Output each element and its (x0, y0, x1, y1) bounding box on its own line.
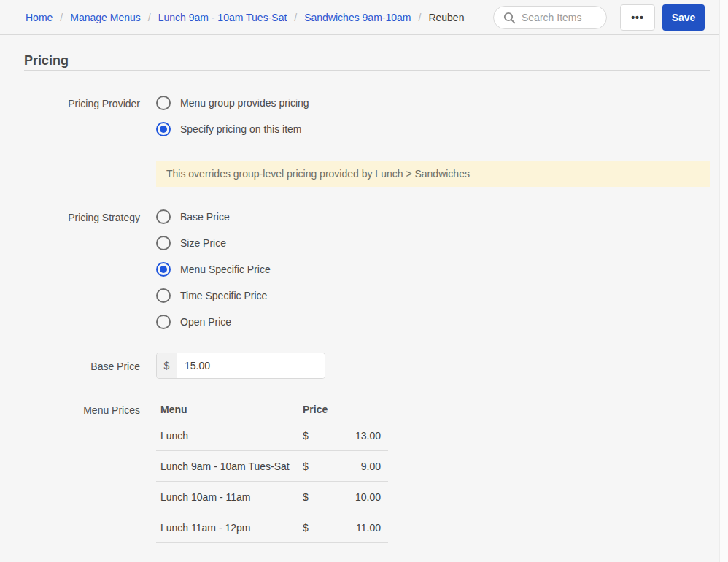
scrollbar-track[interactable] (719, 0, 728, 562)
radio-unselected-icon[interactable] (156, 96, 171, 110)
pricing-strategy-option-base-price[interactable]: Base Price (156, 204, 271, 230)
menu-prices-table-header: Menu Price (156, 399, 388, 420)
currency-cell: $ (303, 522, 322, 534)
radio-option-label: Open Price (180, 316, 231, 328)
menu-price-row: Lunch 11am - 12pm$11.00 (156, 512, 388, 543)
base-price-label: Base Price (24, 361, 140, 372)
pricing-strategy-radio-group: Base PriceSize PriceMenu Specific PriceT… (156, 204, 271, 335)
breadcrumb-item-manage-menus[interactable]: Manage Menus (70, 12, 141, 23)
breadcrumb-separator: / (294, 12, 297, 23)
menu-prices-label: Menu Prices (24, 404, 140, 416)
column-header-price: Price (303, 404, 328, 415)
save-button[interactable]: Save (662, 4, 705, 31)
menu-price-row: Lunch 10am - 11am$10.00 (156, 482, 388, 512)
radio-option-label: Menu group provides pricing (180, 97, 309, 109)
search-input[interactable] (522, 12, 599, 23)
price-cell: 11.00 (322, 522, 388, 534)
override-notice: This overrides group-level pricing provi… (156, 161, 710, 187)
breadcrumb-separator: / (60, 12, 63, 23)
menu-name-cell: Lunch (156, 430, 303, 442)
breadcrumb-item-sandwiches-9am-10am[interactable]: Sandwiches 9am-10am (304, 12, 411, 23)
base-price-input[interactable] (177, 353, 325, 378)
breadcrumb: Home/Manage Menus/Lunch 9am - 10am Tues-… (0, 12, 464, 23)
menu-price-row: Lunch$13.00 (156, 420, 388, 451)
radio-option-label: Base Price (180, 211, 230, 223)
price-cell: 9.00 (322, 461, 388, 472)
pricing-provider-option-specify-pricing-on-this-item[interactable]: Specify pricing on this item (156, 116, 309, 142)
menu-prices-table: Menu Price Lunch$13.00Lunch 9am - 10am T… (156, 399, 388, 543)
currency-cell: $ (303, 491, 322, 503)
breadcrumb-separator: / (419, 12, 422, 23)
page-title: Pricing (24, 53, 69, 69)
column-header-menu: Menu (156, 404, 303, 415)
pricing-provider-option-menu-group-provides-pricing[interactable]: Menu group provides pricing (156, 90, 309, 116)
radio-option-label: Specify pricing on this item (180, 123, 302, 135)
menu-price-row: Lunch 9am - 10am Tues-Sat$9.00 (156, 451, 388, 482)
pricing-strategy-option-open-price[interactable]: Open Price (156, 309, 271, 335)
pricing-provider-label: Pricing Provider (24, 98, 140, 109)
search-box[interactable] (493, 6, 607, 29)
currency-cell: $ (303, 461, 322, 472)
radio-unselected-icon[interactable] (156, 315, 171, 329)
override-notice-text: This overrides group-level pricing provi… (166, 168, 470, 180)
top-bar: Home/Manage Menus/Lunch 9am - 10am Tues-… (0, 0, 728, 35)
radio-option-label: Menu Specific Price (180, 263, 271, 275)
pricing-strategy-option-menu-specific-price[interactable]: Menu Specific Price (156, 256, 271, 282)
base-price-field: $ (156, 353, 325, 379)
search-icon (503, 12, 516, 24)
breadcrumb-item-home[interactable]: Home (26, 12, 53, 23)
header-actions: ••• Save (493, 4, 705, 31)
price-cell: 13.00 (322, 430, 388, 442)
radio-option-label: Size Price (180, 237, 226, 249)
radio-unselected-icon[interactable] (156, 209, 171, 224)
price-cell: 10.00 (322, 491, 388, 503)
pricing-provider-radio-group: Menu group provides pricingSpecify prici… (156, 90, 309, 142)
breadcrumb-separator: / (148, 12, 151, 23)
breadcrumb-item-reuben: Reuben (428, 12, 464, 23)
breadcrumb-item-lunch-9am-10am-tues-sat[interactable]: Lunch 9am - 10am Tues-Sat (158, 12, 287, 23)
currency-prefix: $ (157, 353, 177, 378)
menu-name-cell: Lunch 11am - 12pm (156, 522, 303, 534)
section-divider (24, 70, 710, 71)
radio-option-label: Time Specific Price (180, 290, 267, 301)
menu-name-cell: Lunch 10am - 11am (156, 491, 303, 503)
radio-selected-icon[interactable] (156, 122, 171, 136)
radio-unselected-icon[interactable] (156, 288, 171, 303)
pricing-strategy-option-time-specific-price[interactable]: Time Specific Price (156, 282, 271, 309)
radio-selected-icon[interactable] (156, 262, 171, 277)
radio-unselected-icon[interactable] (156, 236, 171, 250)
pricing-strategy-label: Pricing Strategy (24, 212, 140, 223)
pricing-strategy-option-size-price[interactable]: Size Price (156, 230, 271, 256)
menu-name-cell: Lunch 9am - 10am Tues-Sat (156, 461, 303, 472)
currency-cell: $ (303, 430, 322, 442)
more-options-button[interactable]: ••• (620, 4, 655, 31)
